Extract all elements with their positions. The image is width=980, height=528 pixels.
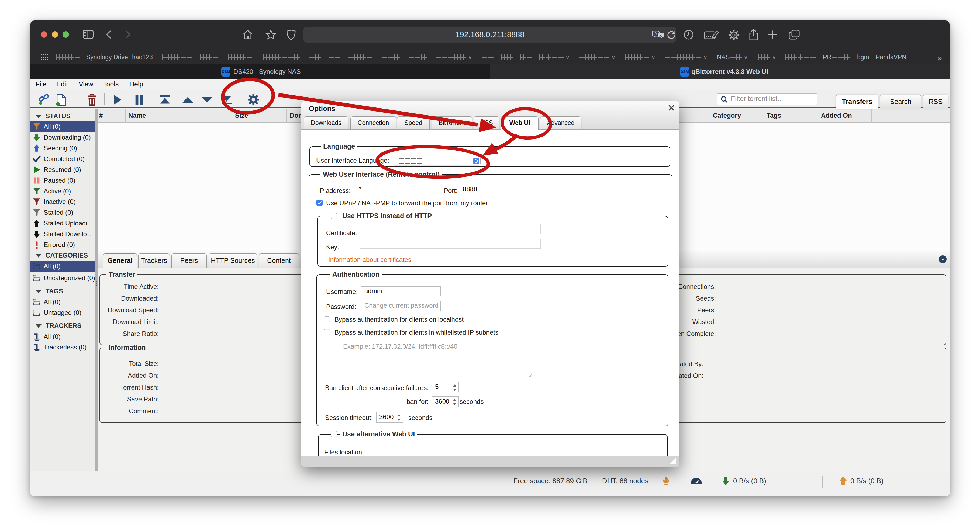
svg-text:A: A (654, 32, 657, 36)
